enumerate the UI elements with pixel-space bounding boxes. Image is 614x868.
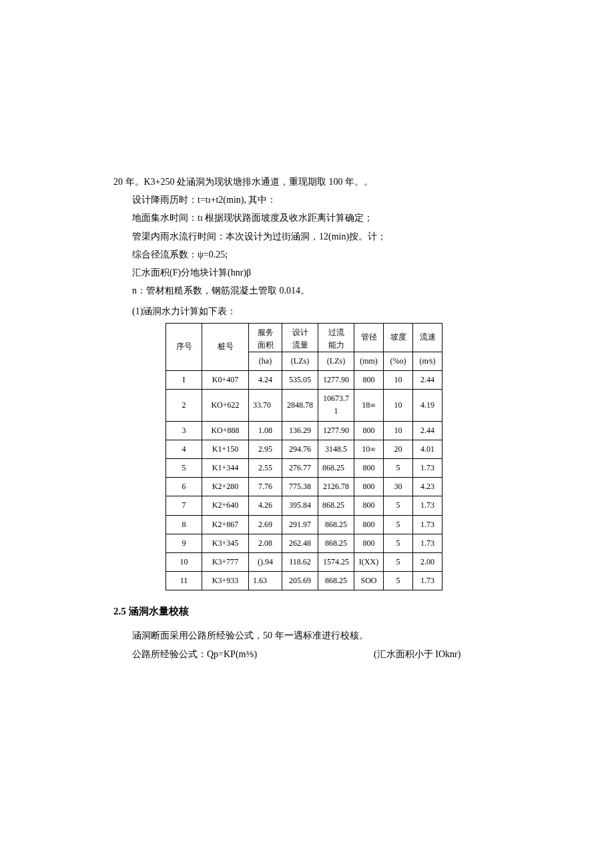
cell-design: 291.97 bbox=[282, 515, 318, 534]
cell-design: 2848.78 bbox=[282, 390, 318, 421]
table-row: IK0+4074.24535.051277.90800102.44 bbox=[166, 371, 442, 390]
cell-vel: 1.73 bbox=[413, 459, 442, 478]
cell-area: ().94 bbox=[249, 552, 282, 571]
table-row: 5K1+3442.55276.77868.2580051.73 bbox=[166, 459, 442, 478]
cell-pile: KO+622 bbox=[202, 390, 249, 421]
cell-vel: 2.44 bbox=[413, 371, 442, 390]
cell-slope: 5 bbox=[384, 534, 413, 552]
cell-slope: 20 bbox=[384, 440, 413, 458]
cell-dia: 18∞ bbox=[354, 390, 384, 421]
cell-cap: 868.25 bbox=[318, 459, 354, 478]
th-design-unit: (LZs) bbox=[282, 352, 318, 370]
cell-area: 33.70 bbox=[249, 390, 282, 421]
th-slope-1: 坡度 bbox=[384, 323, 413, 352]
cell-dia: 800 bbox=[354, 515, 384, 534]
cell-n: 10 bbox=[166, 552, 202, 571]
th-design-1: 设计 流量 bbox=[282, 323, 318, 352]
th-design-a: 设计 bbox=[292, 328, 308, 337]
th-cap-a: 过流 bbox=[328, 328, 344, 337]
formula-left: 公路所经验公式：Qp=KP(m³∕s) bbox=[113, 646, 257, 663]
cell-pile: K3+777 bbox=[202, 552, 249, 571]
cell-n: 7 bbox=[166, 496, 202, 515]
intro-line-1: 20 年。K3+250 处涵洞为现状塘排水通道，重现期取 100 年。。 bbox=[113, 173, 501, 190]
cell-dia: 800 bbox=[354, 371, 384, 390]
intro-line-5: 综合径流系数：ψ=0.25; bbox=[113, 246, 501, 263]
cell-n: 11 bbox=[166, 572, 202, 590]
cell-slope: 5 bbox=[384, 496, 413, 515]
cell-design: 395.84 bbox=[282, 496, 318, 515]
cell-dia: 800 bbox=[354, 496, 384, 515]
table-head-row-1: 序号 桩号 服务 面积 设计 流量 过流 能力 管径 坡度 流速 bbox=[166, 323, 442, 352]
cell-area: 4.24 bbox=[249, 371, 282, 390]
cell-vel: 4.19 bbox=[413, 390, 442, 421]
cell-dia: 10∞ bbox=[354, 440, 384, 458]
cell-vel: 4.23 bbox=[413, 478, 442, 496]
th-cap-unit: (LZs) bbox=[318, 352, 354, 370]
th-area-1: 服务 面积 bbox=[249, 323, 282, 352]
cell-dia: 800 bbox=[354, 534, 384, 552]
cell-design: 775.38 bbox=[282, 478, 318, 496]
th-vel-1: 流速 bbox=[413, 323, 442, 352]
cell-pile: K3+345 bbox=[202, 534, 249, 552]
cell-pile: K2+640 bbox=[202, 496, 249, 515]
cell-slope: 30 bbox=[384, 478, 413, 496]
table-row: 7K2+6404.26395.84868.2580051.73 bbox=[166, 496, 442, 515]
cell-design: 136.29 bbox=[282, 421, 318, 440]
cell-slope: 5 bbox=[384, 459, 413, 478]
cell-cap: 1574.25 bbox=[318, 552, 354, 571]
section-2-5-p1: 涵洞断面采用公路所经验公式，50 年一遇标准进行校核。 bbox=[113, 627, 501, 644]
cell-cap: 10673.71 bbox=[318, 390, 354, 421]
cell-design: 294.76 bbox=[282, 440, 318, 458]
th-seq: 序号 bbox=[166, 323, 202, 371]
cell-n: 4 bbox=[166, 440, 202, 458]
cell-vel: 2.44 bbox=[413, 421, 442, 440]
cell-design: 262.48 bbox=[282, 534, 318, 552]
cell-vel: 1.73 bbox=[413, 534, 442, 552]
cell-vel: 1.73 bbox=[413, 496, 442, 515]
cell-n: 3 bbox=[166, 421, 202, 440]
section-2-5-p2-row: 公路所经验公式：Qp=KP(m³∕s) (汇水面积小于 IOknr) bbox=[113, 646, 501, 663]
cell-design: 276.77 bbox=[282, 459, 318, 478]
table-row: 3KO+8881.08136.291277.90800102.44 bbox=[166, 421, 442, 440]
hydraulic-table: 序号 桩号 服务 面积 设计 流量 过流 能力 管径 坡度 流速 (ha) (L… bbox=[166, 323, 442, 591]
cell-area: 2.95 bbox=[249, 440, 282, 458]
cell-n: 5 bbox=[166, 459, 202, 478]
table-body: IK0+4074.24535.051277.90800102.442KO+622… bbox=[166, 371, 442, 590]
cell-cap: 1277.90 bbox=[318, 371, 354, 390]
cell-n: 8 bbox=[166, 515, 202, 534]
cell-area: 1.63 bbox=[249, 572, 282, 590]
cell-vel: 4.01 bbox=[413, 440, 442, 458]
table-caption: (1)涵洞水力计算如下表： bbox=[113, 303, 501, 320]
cell-pile: K1+344 bbox=[202, 459, 249, 478]
cell-cap: 868.25 bbox=[318, 572, 354, 590]
cell-n: 2 bbox=[166, 390, 202, 421]
th-cap-b: 能力 bbox=[328, 340, 344, 350]
cell-n: 9 bbox=[166, 534, 202, 552]
section-2-5-heading: 2.5 涵洞水量校核 bbox=[113, 602, 501, 620]
cell-cap: 1277.90 bbox=[318, 421, 354, 440]
formula-right: (汇水面积小于 IOknr) bbox=[374, 646, 460, 663]
cell-cap: 3148.5 bbox=[318, 440, 354, 458]
intro-line-4: 管渠内雨水流行时间：本次设计为过街涵洞，12(min)按。计； bbox=[113, 228, 501, 245]
cell-vel: 1.73 bbox=[413, 572, 442, 590]
cell-vel: 2.00 bbox=[413, 552, 442, 571]
cell-pile: KO+888 bbox=[202, 421, 249, 440]
th-design-b: 流量 bbox=[292, 340, 308, 350]
table-row: 6K2+2807.76775.382126.78800304.23 bbox=[166, 478, 442, 496]
cell-dia: 800 bbox=[354, 421, 384, 440]
cell-area: 7.76 bbox=[249, 478, 282, 496]
cell-dia: I(XX) bbox=[354, 552, 384, 571]
cell-pile: K2+867 bbox=[202, 515, 249, 534]
cell-pile: K1+150 bbox=[202, 440, 249, 458]
cell-vel: 1.73 bbox=[413, 515, 442, 534]
table-row: 2KO+62233.702848.7810673.7118∞104.19 bbox=[166, 390, 442, 421]
cell-design: 118.62 bbox=[282, 552, 318, 571]
cell-n: 6 bbox=[166, 478, 202, 496]
cell-cap: 868.25 bbox=[318, 515, 354, 534]
table-row: 11K3+9331.63205.69868.25SOO51.73 bbox=[166, 572, 442, 590]
cell-design: 535.05 bbox=[282, 371, 318, 390]
th-dia-1: 管径 bbox=[354, 323, 384, 352]
th-cap-1: 过流 能力 bbox=[318, 323, 354, 352]
table-row: 9K3+3452.08262.48868.2580051.73 bbox=[166, 534, 442, 552]
th-vel-unit: (m∕s) bbox=[413, 352, 442, 370]
